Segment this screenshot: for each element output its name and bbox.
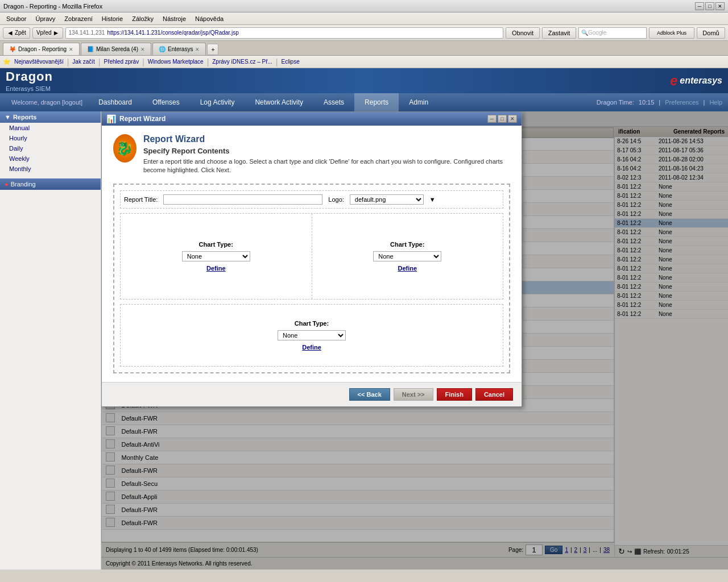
menu-napoveda[interactable]: Nápověda — [192, 15, 227, 22]
sidebar-item-manual[interactable]: Manual — [0, 123, 101, 133]
browser-title: Dragon - Reporting - Mozilla Firefox — [3, 3, 102, 10]
logo-label: Logo: — [328, 196, 344, 203]
nav-reports[interactable]: Reports — [354, 93, 399, 111]
bookmark-eclipse[interactable]: Eclipse — [281, 59, 299, 65]
chart-type-label-1: Chart Type: — [199, 241, 233, 248]
stop-button[interactable]: Zastavit — [542, 27, 576, 39]
modal-title: Report Wizard — [119, 115, 166, 123]
separator2: | — [704, 99, 705, 106]
next-button[interactable]: Next >> — [394, 388, 433, 401]
bookmark-icon: ⭐ — [3, 58, 11, 65]
minimize-button[interactable]: ─ — [695, 2, 704, 10]
tab-close-icon-3[interactable]: ✕ — [195, 47, 200, 52]
help-link[interactable]: Help — [709, 99, 722, 106]
window-controls: ─ □ ✕ — [695, 2, 725, 10]
bookmark-zpravy-idnes[interactable]: Zprávy iDNES.cz – Př... — [212, 59, 272, 65]
app-header: Dragon Enterasys SIEM e enterasys — [0, 68, 728, 93]
nav-network-activity[interactable]: Network Activity — [245, 93, 313, 111]
chart-type-select-3[interactable]: None — [278, 330, 346, 340]
address-bar[interactable]: 134.141.1.231 https://134.141.1.231/cons… — [65, 27, 503, 39]
report-title-input[interactable] — [163, 194, 322, 205]
sidebar-item-monthly[interactable]: Monthly — [0, 164, 101, 174]
menu-nastroje[interactable]: Nástroje — [159, 15, 189, 22]
address-short: 134.141.1.231 — [68, 30, 105, 36]
menu-soubor[interactable]: Soubor — [3, 15, 30, 22]
nav-assets[interactable]: Assets — [313, 93, 354, 111]
arrow-down-icon: ▼ — [5, 114, 11, 120]
tab-close-icon[interactable]: ✕ — [69, 47, 73, 52]
bookmark-nejnavstevovanejsi[interactable]: Nejnavštěvovanější — [14, 59, 64, 65]
define-button-1[interactable]: Define — [206, 265, 226, 272]
nav-offenses[interactable]: Offenses — [142, 93, 190, 111]
nav-dashboard[interactable]: Dashboard — [88, 93, 142, 111]
tab-dragon-reporting[interactable]: 🦊 Dragon - Reporting ✕ — [3, 43, 80, 55]
maximize-button[interactable]: □ — [705, 2, 714, 10]
separator: | — [659, 99, 660, 106]
logo-select[interactable]: default.png — [350, 194, 424, 205]
menu-zalozky[interactable]: Záložky — [129, 15, 157, 22]
wizard-icon: 🐉 — [113, 134, 136, 163]
app-name: Dragon — [6, 69, 53, 84]
sidebar-item-daily[interactable]: Daily — [0, 143, 101, 153]
app-subtitle: Enterasys SIEM — [6, 85, 53, 92]
sidebar-branding-header[interactable]: ● Branding — [0, 178, 101, 190]
preferences-link[interactable]: Preferences — [665, 99, 698, 106]
step-title: Specify Report Contents — [143, 147, 510, 155]
search-box[interactable]: 🔍 Google — [578, 27, 647, 39]
forward-button[interactable]: Vpřed ► — [32, 27, 64, 39]
close-button[interactable]: ✕ — [715, 2, 725, 10]
tab-enterasys[interactable]: 🌐 Enterasys ✕ — [152, 43, 206, 55]
enterasys-logo: e enterasys — [670, 73, 722, 89]
nav-log-activity[interactable]: Log Activity — [190, 93, 245, 111]
menu-upravy[interactable]: Úpravy — [32, 15, 59, 22]
menu-bar: Soubor Úpravy Zobrazení Historie Záložky… — [0, 13, 728, 25]
home-button[interactable]: Domů — [697, 27, 725, 39]
finish-button[interactable]: Finish — [437, 388, 472, 401]
bookmark-prehled-zprav[interactable]: Přehled zpráv — [104, 59, 139, 65]
browser-titlebar: Dragon - Reporting - Mozilla Firefox ─ □… — [0, 0, 728, 13]
reload-button[interactable]: Obnovit — [506, 27, 540, 39]
define-button-2[interactable]: Define — [398, 265, 417, 272]
bullet-icon: ● — [5, 181, 9, 188]
chart-type-label-3: Chart Type: — [295, 320, 329, 327]
bookmark-windows-marketplace[interactable]: Windows Marketplace — [148, 59, 204, 65]
chart-type-label-2: Chart Type: — [390, 241, 424, 248]
modal-close[interactable]: ✕ — [508, 115, 517, 123]
nav-admin[interactable]: Admin — [399, 93, 439, 111]
chart-type-select-1[interactable]: None — [182, 251, 250, 261]
app-logo: Dragon Enterasys SIEM — [6, 69, 53, 92]
report-wizard-modal: 📊 Report Wizard ─ □ ✕ 🐉 — [101, 111, 522, 407]
modal-buttons: << Back Next >> Finish Cancel — [102, 382, 522, 406]
report-title-label: Report Title: — [124, 196, 158, 203]
back-button[interactable]: ◄ Zpět — [3, 27, 30, 39]
nav-toolbar: ◄ Zpět Vpřed ► 134.141.1.231 https://134… — [0, 25, 728, 41]
tab-close-icon-2[interactable]: ✕ — [140, 47, 145, 52]
back-button[interactable]: << Back — [349, 388, 390, 401]
modal-minimize[interactable]: ─ — [487, 115, 497, 123]
menu-zobrazeni[interactable]: Zobrazení — [61, 15, 96, 22]
modal-controls: ─ □ ✕ — [487, 115, 517, 123]
welcome-text: Welcome, dragon [logout] — [6, 95, 88, 109]
menu-historie[interactable]: Historie — [98, 15, 126, 22]
adblock-button[interactable]: Adblock Plus — [649, 27, 694, 39]
modal-body: 🐉 Report Wizard Specify Report Contents … — [102, 126, 522, 382]
sidebar-item-hourly[interactable]: Hourly — [0, 133, 101, 143]
define-button-3[interactable]: Define — [302, 344, 321, 351]
step-desc: Enter a report title and choose a logo. … — [143, 157, 510, 175]
wizard-title: Report Wizard — [143, 134, 510, 144]
address-full: https://134.141.1.231/console/qradar/jsp… — [107, 30, 238, 36]
chart-type-select-2[interactable]: None — [373, 251, 441, 261]
sidebar: ▼ Reports Manual Hourly Daily Weekly Mon… — [0, 111, 101, 569]
app-nav-bar: Welcome, dragon [logout] Dashboard Offen… — [0, 93, 728, 111]
sidebar-item-weekly[interactable]: Weekly — [0, 153, 101, 164]
browser-tabs: 🦊 Dragon - Reporting ✕ 📘 Milan Sereda (4… — [0, 41, 728, 56]
tab-milan-sereda[interactable]: 📘 Milan Sereda (4) ✕ — [81, 43, 151, 55]
cancel-button[interactable]: Cancel — [475, 388, 513, 401]
bookmarks-bar: ⭐ Nejnavštěvovanější | Jak začít | Přehl… — [0, 56, 728, 68]
new-tab-button[interactable]: + — [207, 44, 218, 55]
wizard-header: Report Wizard Specify Report Contents En… — [143, 134, 510, 175]
logo-dropdown-icon[interactable]: ▼ — [429, 196, 436, 203]
modal-maximize[interactable]: □ — [498, 115, 507, 123]
bookmark-jak-zacit[interactable]: Jak začít — [72, 59, 94, 65]
sidebar-reports-header[interactable]: ▼ Reports — [0, 111, 101, 123]
